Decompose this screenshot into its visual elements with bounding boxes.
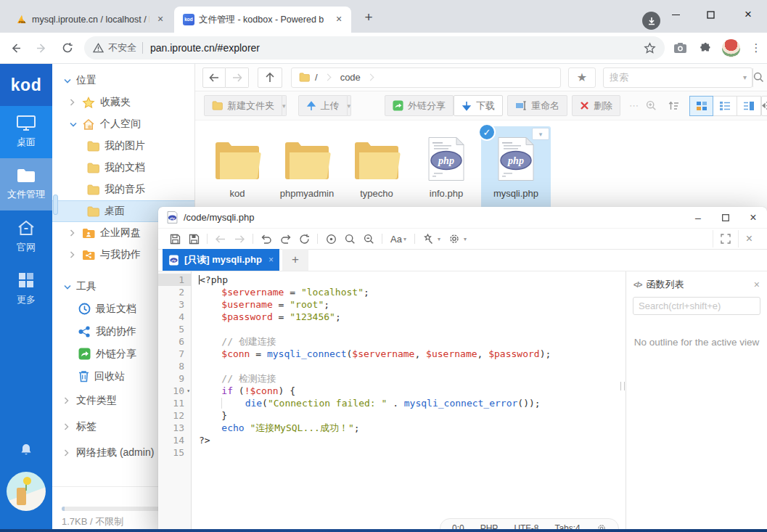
sort-icon[interactable]: [668, 101, 679, 110]
search-dropdown-caret-icon[interactable]: ▾: [743, 73, 752, 81]
fullscreen-icon[interactable]: [713, 230, 738, 247]
new-folder-dropdown-caret[interactable]: ▾: [282, 95, 287, 116]
upload-button[interactable]: 上传: [298, 95, 348, 116]
reload-icon[interactable]: [57, 37, 78, 59]
refresh-icon[interactable]: [295, 230, 313, 247]
rail-item-more[interactable]: 更多: [0, 263, 52, 315]
security-label[interactable]: 不安全: [108, 41, 136, 54]
file-item-info-php[interactable]: php info.php: [411, 126, 481, 212]
goto-location-icon[interactable]: [321, 230, 340, 247]
chevron-right-icon[interactable]: [70, 229, 77, 237]
chevron-down-icon[interactable]: [64, 285, 71, 290]
redo-icon[interactable]: [276, 230, 295, 247]
tree-item-favorites[interactable]: 收藏夹: [52, 91, 194, 113]
save-as-icon[interactable]: [184, 230, 203, 247]
editor-maximize-button[interactable]: [712, 207, 739, 229]
rail-item-official-site[interactable]: 官网: [0, 210, 52, 263]
chevron-down-icon[interactable]: [64, 78, 71, 83]
file-item-typecho[interactable]: typecho: [342, 126, 411, 212]
tree-section-location[interactable]: 位置: [52, 70, 194, 91]
settings-gear-icon[interactable]: [445, 230, 464, 247]
notifications-bell-icon[interactable]: [0, 443, 52, 456]
window-minimize-button[interactable]: [658, 0, 693, 29]
window-close-button[interactable]: ×: [731, 0, 766, 29]
view-list-button[interactable]: [713, 96, 737, 116]
rail-item-file-manager[interactable]: 文件管理: [0, 158, 52, 210]
favorite-star-button[interactable]: ★: [568, 67, 596, 88]
breadcrumb-folder[interactable]: code: [340, 72, 361, 83]
nav-back-button[interactable]: [202, 67, 226, 88]
bookmark-star-icon[interactable]: [644, 42, 656, 54]
view-grid-button[interactable]: [689, 96, 713, 116]
search-icon[interactable]: [340, 230, 359, 247]
nav-forward-icon[interactable]: [230, 230, 249, 247]
panel-resize-grip[interactable]: [620, 382, 625, 390]
tab-close-icon[interactable]: ×: [268, 255, 274, 265]
editor-tab-mysqli-php[interactable]: php [只读] mysqli.php ×: [163, 249, 279, 271]
more-tools-icon[interactable]: ⋯: [629, 100, 639, 111]
window-maximize-button[interactable]: [693, 0, 728, 29]
kod-logo[interactable]: kod: [0, 64, 52, 106]
outline-search-input[interactable]: [633, 298, 767, 314]
font-size-icon[interactable]: Aa: [386, 234, 403, 245]
tree-item-my-music[interactable]: 我的音乐: [52, 179, 194, 200]
file-item-phpmyadmin[interactable]: phpmyadmin: [272, 126, 342, 212]
chevron-down-icon[interactable]: [70, 122, 77, 127]
forward-icon[interactable]: [30, 37, 52, 59]
nav-up-button[interactable]: [258, 67, 282, 88]
file-item-mysqli-php[interactable]: ✓ ▾ php mysqli.php: [481, 126, 551, 212]
tab-close-icon[interactable]: ×: [154, 13, 167, 26]
selected-check-icon[interactable]: ✓: [478, 123, 496, 141]
item-menu-caret-icon[interactable]: ▾: [532, 128, 549, 140]
new-folder-button[interactable]: 新建文件夹: [204, 95, 282, 116]
browser-menu-kebab-icon[interactable]: ⋮: [746, 38, 766, 58]
url-omnibox[interactable]: 不安全 pan.iproute.cn/#explorer: [84, 36, 665, 60]
zoom-icon[interactable]: [646, 100, 657, 111]
editor-close-button[interactable]: ×: [739, 207, 767, 229]
rename-button[interactable]: 重命名: [507, 95, 567, 116]
screenshot-extension-icon[interactable]: [670, 38, 690, 58]
nav-forward-button[interactable]: [226, 67, 249, 88]
chevron-right-icon[interactable]: [64, 449, 71, 457]
back-icon[interactable]: [4, 37, 26, 59]
editor-title-bar[interactable]: php /code/mysqli.php – ×: [158, 207, 767, 229]
tree-scrollbar-thumb[interactable]: [53, 195, 58, 215]
tree-item-my-documents[interactable]: 我的文档: [52, 157, 194, 179]
save-icon[interactable]: [165, 230, 184, 247]
settings-dropdown-caret[interactable]: ▾: [464, 236, 467, 242]
new-tab-button[interactable]: +: [360, 9, 377, 27]
nav-back-icon[interactable]: [211, 230, 230, 247]
outline-close-icon[interactable]: ×: [754, 279, 760, 290]
view-detail-button[interactable]: [737, 96, 761, 116]
download-button[interactable]: 下载: [454, 95, 503, 116]
close-panel-icon[interactable]: ×: [738, 230, 760, 247]
share-link-button[interactable]: 外链分享: [385, 95, 454, 116]
breadcrumb-root[interactable]: /: [315, 72, 318, 83]
undo-icon[interactable]: [257, 230, 276, 247]
chevron-right-icon[interactable]: [70, 99, 77, 106]
url-text[interactable]: pan.iproute.cn/#explorer: [150, 42, 644, 54]
tree-item-my-pictures[interactable]: 我的图片: [52, 135, 194, 157]
user-avatar[interactable]: [7, 472, 46, 511]
chevron-right-icon[interactable]: [70, 251, 77, 258]
upload-dropdown-caret[interactable]: ▾: [348, 95, 352, 116]
theme-dropdown-caret[interactable]: ▾: [438, 236, 440, 242]
chevron-right-icon[interactable]: [64, 397, 71, 404]
browser-tab-kodbox[interactable]: kod 文件管理 - kodbox - Powered b ×: [174, 7, 351, 33]
search-box[interactable]: ▾: [603, 67, 752, 88]
search-replace-icon[interactable]: [359, 230, 378, 247]
chevron-right-icon[interactable]: [64, 423, 71, 430]
code-area[interactable]: <?php $servername = "localhost"; $userna…: [192, 271, 626, 532]
tree-item-personal-space[interactable]: 个人空间: [52, 113, 194, 135]
breadcrumb[interactable]: / code: [291, 67, 561, 88]
search-input[interactable]: [604, 72, 743, 83]
extensions-puzzle-icon[interactable]: [695, 38, 715, 58]
new-editor-tab-button[interactable]: +: [282, 249, 308, 271]
theme-wand-icon[interactable]: [419, 230, 438, 247]
search-magnifier-icon[interactable]: [752, 68, 764, 87]
tab-close-icon[interactable]: ×: [332, 13, 345, 26]
file-item-kod[interactable]: kod: [202, 126, 272, 212]
side-panel-toggle-button[interactable]: [761, 96, 767, 116]
rail-item-desktop[interactable]: 桌面: [0, 106, 52, 158]
delete-button[interactable]: 删除: [572, 95, 620, 116]
